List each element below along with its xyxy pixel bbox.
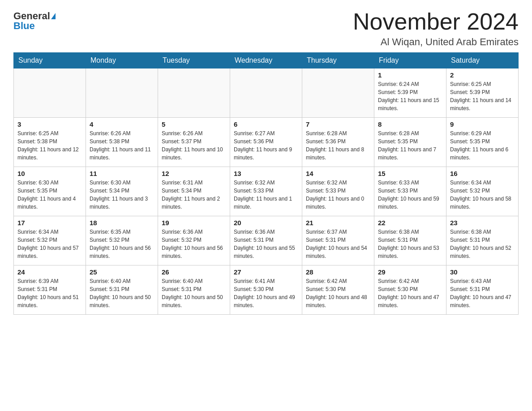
- day-info: Sunrise: 6:25 AM Sunset: 5:38 PM Dayligh…: [17, 129, 82, 162]
- calendar-cell: 26Sunrise: 6:40 AM Sunset: 5:31 PM Dayli…: [158, 265, 230, 315]
- calendar-cell: 8Sunrise: 6:28 AM Sunset: 5:35 PM Daylig…: [374, 118, 446, 167]
- day-info: Sunrise: 6:43 AM Sunset: 5:31 PM Dayligh…: [450, 277, 515, 309]
- day-number: 13: [234, 170, 298, 177]
- calendar-cell: 16Sunrise: 6:34 AM Sunset: 5:32 PM Dayli…: [446, 167, 519, 216]
- day-number: 7: [306, 120, 370, 128]
- day-info: Sunrise: 6:32 AM Sunset: 5:33 PM Dayligh…: [306, 179, 370, 211]
- calendar-cell: 25Sunrise: 6:40 AM Sunset: 5:31 PM Dayli…: [86, 265, 158, 315]
- day-number: 15: [378, 170, 442, 177]
- day-info: Sunrise: 6:28 AM Sunset: 5:35 PM Dayligh…: [378, 129, 442, 162]
- calendar-cell: [158, 68, 230, 118]
- day-info: Sunrise: 6:41 AM Sunset: 5:30 PM Dayligh…: [234, 277, 298, 309]
- day-info: Sunrise: 6:40 AM Sunset: 5:31 PM Dayligh…: [90, 277, 154, 309]
- day-number: 28: [306, 268, 370, 276]
- month-title: November 2024: [353, 9, 519, 34]
- calendar-cell: 17Sunrise: 6:34 AM Sunset: 5:32 PM Dayli…: [14, 216, 86, 265]
- day-number: 8: [378, 120, 442, 128]
- day-info: Sunrise: 6:32 AM Sunset: 5:33 PM Dayligh…: [234, 179, 298, 211]
- day-number: 11: [90, 170, 154, 177]
- location-text: Al Wiqan, United Arab Emirates: [353, 36, 519, 48]
- logo: General Blue: [13, 9, 56, 31]
- calendar-cell: 7Sunrise: 6:28 AM Sunset: 5:36 PM Daylig…: [302, 118, 374, 167]
- col-header-saturday: Saturday: [446, 53, 519, 68]
- calendar-cell: 14Sunrise: 6:32 AM Sunset: 5:33 PM Dayli…: [302, 167, 374, 216]
- week-row-2: 3Sunrise: 6:25 AM Sunset: 5:38 PM Daylig…: [14, 118, 519, 167]
- day-info: Sunrise: 6:36 AM Sunset: 5:31 PM Dayligh…: [234, 228, 298, 260]
- title-block: November 2024 Al Wiqan, United Arab Emir…: [353, 9, 519, 48]
- calendar-cell: 23Sunrise: 6:38 AM Sunset: 5:31 PM Dayli…: [446, 216, 519, 265]
- calendar-cell: 5Sunrise: 6:26 AM Sunset: 5:37 PM Daylig…: [158, 118, 230, 167]
- day-info: Sunrise: 6:33 AM Sunset: 5:33 PM Dayligh…: [378, 179, 442, 211]
- day-number: 21: [306, 219, 370, 227]
- calendar-cell: 18Sunrise: 6:35 AM Sunset: 5:32 PM Dayli…: [86, 216, 158, 265]
- day-number: 26: [162, 268, 226, 276]
- calendar-cell: 30Sunrise: 6:43 AM Sunset: 5:31 PM Dayli…: [446, 265, 519, 315]
- day-number: 20: [234, 219, 298, 227]
- day-info: Sunrise: 6:34 AM Sunset: 5:32 PM Dayligh…: [17, 228, 82, 260]
- day-number: 22: [378, 219, 442, 227]
- day-info: Sunrise: 6:37 AM Sunset: 5:31 PM Dayligh…: [306, 228, 370, 260]
- day-number: 27: [234, 268, 298, 276]
- week-row-1: 1Sunrise: 6:24 AM Sunset: 5:39 PM Daylig…: [14, 68, 519, 118]
- day-number: 2: [450, 71, 515, 79]
- col-header-sunday: Sunday: [14, 53, 86, 68]
- day-number: 30: [450, 268, 515, 276]
- calendar-cell: 27Sunrise: 6:41 AM Sunset: 5:30 PM Dayli…: [230, 265, 302, 315]
- col-header-thursday: Thursday: [302, 53, 374, 68]
- calendar-cell: 3Sunrise: 6:25 AM Sunset: 5:38 PM Daylig…: [14, 118, 86, 167]
- calendar-cell: [302, 68, 374, 118]
- day-info: Sunrise: 6:35 AM Sunset: 5:32 PM Dayligh…: [90, 228, 154, 260]
- calendar-cell: 20Sunrise: 6:36 AM Sunset: 5:31 PM Dayli…: [230, 216, 302, 265]
- week-row-4: 17Sunrise: 6:34 AM Sunset: 5:32 PM Dayli…: [14, 216, 519, 265]
- calendar-cell: 9Sunrise: 6:29 AM Sunset: 5:35 PM Daylig…: [446, 118, 519, 167]
- calendar-cell: [86, 68, 158, 118]
- day-number: 12: [162, 170, 226, 177]
- day-number: 19: [162, 219, 226, 227]
- day-number: 18: [90, 219, 154, 227]
- day-info: Sunrise: 6:30 AM Sunset: 5:34 PM Dayligh…: [90, 179, 154, 211]
- col-header-monday: Monday: [86, 53, 158, 68]
- day-info: Sunrise: 6:38 AM Sunset: 5:31 PM Dayligh…: [378, 228, 442, 260]
- day-info: Sunrise: 6:24 AM Sunset: 5:39 PM Dayligh…: [378, 80, 442, 112]
- day-info: Sunrise: 6:40 AM Sunset: 5:31 PM Dayligh…: [162, 277, 226, 309]
- day-info: Sunrise: 6:30 AM Sunset: 5:35 PM Dayligh…: [17, 179, 82, 211]
- day-info: Sunrise: 6:31 AM Sunset: 5:34 PM Dayligh…: [162, 179, 226, 211]
- col-header-friday: Friday: [374, 53, 446, 68]
- col-header-wednesday: Wednesday: [230, 53, 302, 68]
- calendar-cell: 10Sunrise: 6:30 AM Sunset: 5:35 PM Dayli…: [14, 167, 86, 216]
- day-info: Sunrise: 6:27 AM Sunset: 5:36 PM Dayligh…: [234, 129, 298, 162]
- logo-triangle-icon: [51, 13, 56, 19]
- day-number: 1: [378, 71, 442, 79]
- day-info: Sunrise: 6:39 AM Sunset: 5:31 PM Dayligh…: [17, 277, 82, 309]
- calendar-cell: [14, 68, 86, 118]
- calendar-cell: 19Sunrise: 6:36 AM Sunset: 5:32 PM Dayli…: [158, 216, 230, 265]
- logo-blue-text: Blue: [13, 21, 35, 31]
- day-info: Sunrise: 6:36 AM Sunset: 5:32 PM Dayligh…: [162, 228, 226, 260]
- calendar-cell: 2Sunrise: 6:25 AM Sunset: 5:39 PM Daylig…: [446, 68, 519, 118]
- day-number: 3: [17, 120, 82, 128]
- day-info: Sunrise: 6:42 AM Sunset: 5:30 PM Dayligh…: [306, 277, 370, 309]
- calendar-cell: 24Sunrise: 6:39 AM Sunset: 5:31 PM Dayli…: [14, 265, 86, 315]
- day-number: 25: [90, 268, 154, 276]
- calendar-cell: 6Sunrise: 6:27 AM Sunset: 5:36 PM Daylig…: [230, 118, 302, 167]
- calendar-cell: [230, 68, 302, 118]
- day-info: Sunrise: 6:38 AM Sunset: 5:31 PM Dayligh…: [450, 228, 515, 260]
- day-number: 29: [378, 268, 442, 276]
- calendar-cell: 29Sunrise: 6:42 AM Sunset: 5:30 PM Dayli…: [374, 265, 446, 315]
- calendar-cell: 21Sunrise: 6:37 AM Sunset: 5:31 PM Dayli…: [302, 216, 374, 265]
- day-number: 14: [306, 170, 370, 177]
- calendar-cell: 15Sunrise: 6:33 AM Sunset: 5:33 PM Dayli…: [374, 167, 446, 216]
- day-number: 6: [234, 120, 298, 128]
- day-number: 9: [450, 120, 515, 128]
- page-header: General Blue November 2024 Al Wiqan, Uni…: [13, 9, 519, 48]
- week-row-3: 10Sunrise: 6:30 AM Sunset: 5:35 PM Dayli…: [14, 167, 519, 216]
- calendar-cell: 4Sunrise: 6:26 AM Sunset: 5:38 PM Daylig…: [86, 118, 158, 167]
- calendar-cell: 11Sunrise: 6:30 AM Sunset: 5:34 PM Dayli…: [86, 167, 158, 216]
- day-info: Sunrise: 6:42 AM Sunset: 5:30 PM Dayligh…: [378, 277, 442, 309]
- day-info: Sunrise: 6:28 AM Sunset: 5:36 PM Dayligh…: [306, 129, 370, 162]
- day-number: 17: [17, 219, 82, 227]
- week-row-5: 24Sunrise: 6:39 AM Sunset: 5:31 PM Dayli…: [14, 265, 519, 315]
- logo-general-text: General: [13, 11, 50, 21]
- day-info: Sunrise: 6:29 AM Sunset: 5:35 PM Dayligh…: [450, 129, 515, 162]
- calendar-cell: 28Sunrise: 6:42 AM Sunset: 5:30 PM Dayli…: [302, 265, 374, 315]
